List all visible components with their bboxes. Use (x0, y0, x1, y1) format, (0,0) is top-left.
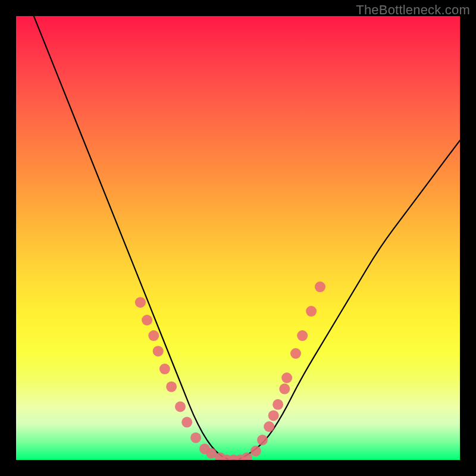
data-markers (135, 281, 325, 460)
data-marker (142, 315, 152, 325)
data-marker (242, 452, 252, 460)
data-marker (175, 402, 186, 412)
data-marker (250, 446, 261, 456)
data-marker (159, 364, 170, 374)
data-marker (264, 421, 274, 432)
data-marker (148, 330, 159, 341)
data-marker (268, 410, 279, 421)
data-marker (257, 434, 268, 445)
bottleneck-curve (34, 16, 460, 460)
data-marker (190, 433, 201, 443)
data-marker (279, 384, 290, 394)
data-marker (181, 417, 192, 428)
data-marker (273, 399, 283, 410)
chart-svg (16, 16, 460, 460)
data-marker (315, 281, 325, 292)
data-marker (306, 306, 317, 317)
data-marker (281, 372, 292, 383)
data-marker (290, 348, 301, 359)
data-marker (166, 381, 177, 392)
data-marker (135, 297, 146, 308)
chart-plot-area (16, 16, 460, 460)
data-marker (297, 330, 308, 341)
data-marker (153, 346, 164, 356)
